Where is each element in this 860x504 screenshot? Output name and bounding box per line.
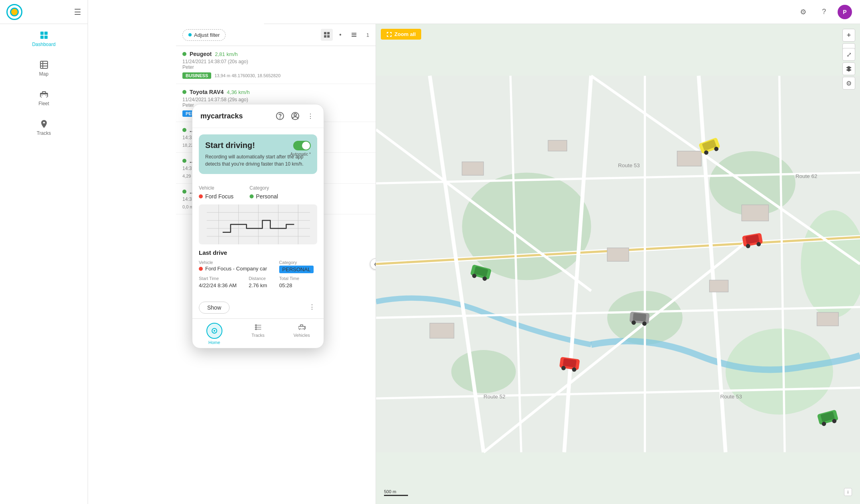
svg-point-19 [462,172,591,280]
svg-point-8 [42,95,42,96]
mobile-bottom-nav: Home Tracks [192,318,324,348]
sidebar-item-label: Dashboard [32,42,56,47]
svg-point-78 [294,114,296,116]
start-time-label: Start Time [199,276,237,281]
svg-rect-14 [327,35,330,38]
hamburger-icon[interactable]: ☰ [74,7,81,17]
svg-point-94 [255,325,256,326]
user-avatar[interactable]: P [838,5,852,19]
svg-rect-2 [40,36,44,39]
svg-rect-79 [199,204,317,244]
mobile-app-header: mycartracks ⋮ [192,104,324,128]
fleet-icon [39,90,49,99]
svg-point-98 [303,328,304,329]
list-view-icon[interactable] [348,29,360,41]
app-container: ☰ Dashboard Map Fleet [0,0,860,504]
zoom-in-button[interactable]: + [842,29,855,42]
svg-rect-1 [44,32,48,35]
svg-rect-17 [352,36,356,37]
distance-value: 2.76 km [249,282,267,288]
more-vert-icon[interactable]: ⋮ [305,111,316,121]
show-button[interactable]: Show [199,302,230,314]
speed-badge: 2,81 km/h [215,51,238,57]
status-indicator [182,52,186,56]
svg-rect-49 [430,323,454,338]
adjust-filter-button[interactable]: Adjust filter [182,29,226,41]
total-time-label: Total Time [279,276,299,281]
category-info: Category Personal [250,185,278,200]
mobile-app-overlay: mycartracks ⋮ [192,104,324,348]
user-circle-icon[interactable] [290,111,300,121]
map-container[interactable]: Route 53 Route 62 Route 53 Route 52 [376,24,860,504]
settings-icon[interactable]: ⚙ [796,5,810,19]
home-label: Home [208,340,220,345]
sidebar-item-fleet[interactable]: Fleet [0,83,88,113]
vehicles-label: Vehicles [294,333,310,338]
settings-map-icon[interactable]: ⚙ [842,77,855,90]
map-icon [39,60,49,70]
sidebar-item-label: Fleet [38,101,49,106]
start-time-value: 4/22/24 8:36 AM [199,282,237,288]
mobile-nav-vehicles[interactable]: Vehicles [280,319,324,348]
home-icon [206,323,222,339]
svg-rect-11 [324,32,326,34]
tracks-label: Tracks [252,333,265,338]
start-driving-card: Start driving! Automatic * Recording wil… [199,134,317,174]
content-area: ⚙ ? P Adjust filter • [176,0,860,504]
more-vert-drive-icon[interactable]: ⋮ [307,302,317,312]
sidebar-item-map[interactable]: Map [0,54,88,83]
vehicle-category-section: Vehicle Ford Focus Category Personal [192,180,324,204]
automatic-label: Automatic * [290,152,311,156]
category-dot [250,194,254,198]
auto-toggle[interactable] [293,141,311,150]
speed-badge: 4,36 km/h [227,89,250,95]
topbar: ⚙ ? P [264,0,860,24]
tracks-nav-icon [254,323,262,332]
vehicle-label: Vehicle [199,260,267,265]
map-info-button[interactable]: i [844,488,852,496]
fullscreen-icon[interactable]: ⤢ [842,48,855,61]
svg-text:Route 53: Route 53 [720,394,742,400]
svg-text:Route 52: Route 52 [484,394,506,400]
svg-text:Route 62: Route 62 [796,173,818,179]
svg-point-76 [280,118,280,118]
vehicle-info: Vehicle Ford Focus [199,185,234,200]
vehicles-nav-icon [297,323,306,332]
zoom-all-button[interactable]: Zoom all [381,29,421,40]
sidebar-item-dashboard[interactable]: Dashboard [0,24,88,54]
svg-rect-4 [40,61,48,68]
mobile-nav-tracks[interactable]: Tracks [236,319,280,348]
svg-rect-47 [607,248,629,262]
distance-field: Distance 2.76 km [249,276,267,289]
mini-map [199,204,317,244]
help-circle-icon[interactable] [275,111,285,121]
vehicle-item[interactable]: Peugeot 2,81 km/h 11/24/2021 14:38:07 (2… [176,46,376,84]
svg-rect-45 [677,151,702,166]
filter-label: Adjust filter [194,32,220,38]
tracks-icon [39,119,49,129]
drive-row-vehicle: Vehicle Ford Focus - Company car Categor… [199,260,317,273]
drive-vehicle-field: Vehicle Ford Focus - Company car [199,260,267,273]
mobile-nav-home[interactable]: Home [192,319,236,348]
svg-rect-64 [633,313,646,322]
svg-point-9 [46,95,46,96]
vehicle-name: Toyota RAV4 [190,89,224,95]
svg-rect-12 [327,32,330,34]
drive-actions: Show ⋮ [192,297,324,315]
sidebar-item-tracks[interactable]: Tracks [0,113,88,142]
help-icon[interactable]: ? [817,5,831,19]
vehicle-tags: BUSINESS 13,94 m 48.1760030, 18.5652820 [182,72,369,79]
svg-rect-15 [352,33,356,34]
grid-view-icon[interactable] [321,29,333,41]
dot-view-icon[interactable]: • [334,29,346,41]
panel-toolbar: Adjust filter • [176,24,376,46]
drive-vehicle-dot [199,267,203,271]
total-time-field: Total Time 05:28 [279,276,299,289]
sidebar-item-label: Map [39,71,48,77]
svg-text:Route 53: Route 53 [618,162,640,168]
personal-badge: PERSONAL [279,266,314,273]
layers-svg [846,66,852,72]
collapse-panel-button[interactable]: ❮ [370,258,376,270]
scale-bar [384,495,408,496]
layers-icon[interactable] [842,62,855,75]
